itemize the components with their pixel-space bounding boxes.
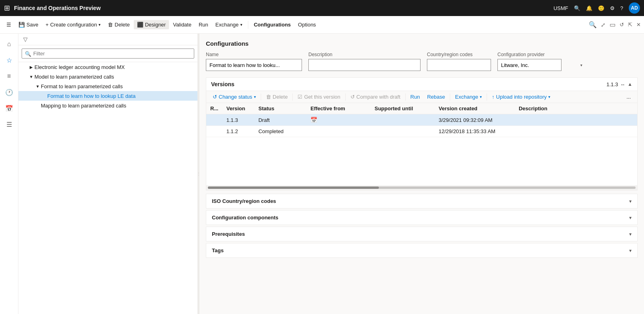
filter-button[interactable]: ▽ bbox=[22, 35, 29, 43]
tree-item-model-parameterized[interactable]: ▼ Model to learn parameterized calls bbox=[18, 72, 197, 81]
description-label: Description bbox=[308, 52, 421, 57]
versions-table-container: R... Version Status Effective from Suppo… bbox=[206, 103, 637, 137]
versions-exchange-button[interactable]: Exchange ▾ bbox=[452, 93, 485, 101]
star-icon[interactable]: ☆ bbox=[2, 53, 16, 67]
hamburger-icon: ☰ bbox=[6, 22, 11, 28]
versions-run-button[interactable]: Run bbox=[407, 93, 423, 101]
main-toolbar: ☰ 💾 Save + Create configuration ▾ 🗑 Dele… bbox=[0, 16, 644, 34]
toolbar-separator-1 bbox=[248, 21, 248, 29]
versions-toolbar: ↺ Change status ▾ 🗑 Delete ☑ Get this ve… bbox=[206, 91, 637, 103]
tree-item-electronic-ledger[interactable]: ▶ Electronic ledger accounting model MX bbox=[18, 62, 197, 72]
col-header-supported[interactable]: Supported until bbox=[370, 103, 435, 114]
tree-item-format-parameterized[interactable]: ▼ Format to learn parameterized calls bbox=[18, 81, 197, 91]
cell-status-0: Draft bbox=[254, 114, 306, 126]
exchange-dropdown-arrow: ▾ bbox=[240, 22, 242, 27]
calendar-nav-icon[interactable]: 📅 bbox=[2, 101, 16, 115]
col-header-description[interactable]: Description bbox=[515, 103, 637, 114]
save-icon: 💾 bbox=[18, 22, 25, 28]
table-row[interactable]: 1.1.3 Draft 📅 3/29/2021 09:32:09 AM bbox=[206, 114, 637, 126]
get-this-version-button[interactable]: ☑ Get this version bbox=[294, 93, 343, 101]
close-icon[interactable]: ✕ bbox=[636, 22, 641, 28]
tree-item-format-lookup[interactable]: Format to learn how to lookup LE data bbox=[18, 91, 197, 101]
tags-chevron-icon: ▾ bbox=[629, 248, 632, 253]
cell-r-1 bbox=[206, 126, 222, 137]
toolbar-search-icon[interactable]: 🔍 bbox=[589, 21, 597, 28]
col-header-effective[interactable]: Effective from bbox=[306, 103, 370, 114]
change-status-button[interactable]: ↺ Change status ▾ bbox=[209, 93, 259, 101]
refresh-icon[interactable]: ↺ bbox=[620, 22, 624, 28]
user-code: USMF bbox=[553, 5, 568, 11]
user-avatar[interactable]: AD bbox=[629, 2, 640, 14]
compare-draft-button[interactable]: ↺ Compare with draft bbox=[347, 93, 404, 101]
col-header-version[interactable]: Version bbox=[222, 103, 254, 114]
col-header-created[interactable]: Version created bbox=[435, 103, 515, 114]
cell-created-1: 12/29/2018 11:35:33 AM bbox=[435, 126, 515, 137]
scrollbar-track bbox=[208, 186, 636, 189]
versions-empty-space bbox=[206, 137, 637, 185]
cell-supported-1 bbox=[370, 126, 435, 137]
iso-header[interactable]: ISO Country/region codes ▾ bbox=[206, 194, 637, 208]
panel-icon[interactable]: ▭ bbox=[610, 21, 616, 28]
calendar-date-icon[interactable]: 📅 bbox=[310, 117, 317, 123]
horizontal-scrollbar[interactable] bbox=[206, 185, 637, 190]
name-input[interactable] bbox=[206, 59, 302, 71]
nav-filter-input[interactable] bbox=[22, 49, 194, 59]
designer-button[interactable]: ⬛ Designer bbox=[134, 20, 169, 29]
validate-button[interactable]: Validate bbox=[170, 20, 195, 29]
rebase-button[interactable]: Rebase bbox=[424, 93, 448, 101]
versions-more-button[interactable]: ... bbox=[623, 93, 634, 101]
versions-collapse-button[interactable]: ▲ bbox=[628, 81, 632, 87]
tree-item-mapping-parameterized[interactable]: Mapping to learn parameterized calls bbox=[18, 101, 197, 110]
cell-effective-1 bbox=[306, 126, 370, 137]
emoji-icon[interactable]: 🙂 bbox=[598, 5, 604, 11]
provider-dropdown-arrow: ▾ bbox=[580, 63, 582, 67]
tree-toggle-format-parameterized[interactable]: ▼ bbox=[34, 83, 41, 89]
expand-icon[interactable]: ⇱ bbox=[628, 22, 632, 28]
clock-icon[interactable]: 🕐 bbox=[2, 85, 16, 99]
col-header-r: R... bbox=[206, 103, 222, 114]
table-row[interactable]: 1.1.2 Completed 12/29/2018 11:35:33 AM bbox=[206, 126, 637, 137]
provider-label: Configuration provider bbox=[497, 52, 586, 57]
exchange-button[interactable]: Exchange ▾ bbox=[212, 20, 246, 29]
name-label: Name bbox=[206, 52, 302, 57]
list-icon[interactable]: ☰ bbox=[2, 117, 16, 132]
hamburger-menu-button[interactable]: ☰ bbox=[3, 20, 14, 29]
search-icon[interactable]: 🔍 bbox=[574, 5, 580, 11]
provider-select[interactable]: Litware, Inc. bbox=[497, 59, 561, 71]
versions-header: Versions 1.1.3 -- ▲ bbox=[206, 78, 637, 91]
help-icon[interactable]: ? bbox=[620, 5, 623, 11]
upload-dropdown-arrow: ▾ bbox=[548, 95, 550, 99]
tree-toggle-model-parameterized[interactable]: ▼ bbox=[28, 73, 34, 80]
cell-supported-0 bbox=[370, 114, 435, 126]
settings-icon[interactable]: ⚙ bbox=[610, 5, 615, 11]
nav-icon[interactable]: ≡ bbox=[2, 69, 16, 83]
description-input[interactable] bbox=[308, 59, 421, 71]
tags-header[interactable]: Tags ▾ bbox=[206, 243, 637, 257]
create-configuration-button[interactable]: + Create configuration ▾ bbox=[42, 20, 104, 29]
delete-icon: 🗑 bbox=[108, 22, 113, 28]
versions-table: R... Version Status Effective from Suppo… bbox=[206, 103, 637, 137]
change-status-dropdown-arrow: ▾ bbox=[254, 95, 256, 99]
components-header[interactable]: Configuration components ▾ bbox=[206, 211, 637, 225]
tree-toggle-electronic-ledger[interactable]: ▶ bbox=[28, 64, 34, 70]
fullscreen-icon[interactable]: ⤢ bbox=[601, 22, 606, 28]
vt-sep-4 bbox=[405, 93, 406, 101]
run-button[interactable]: Run bbox=[195, 20, 211, 29]
bell-icon[interactable]: 🔔 bbox=[586, 5, 592, 11]
create-config-dropdown-arrow: ▾ bbox=[99, 22, 101, 27]
configurations-button[interactable]: Configurations bbox=[251, 20, 294, 29]
filter-row: ▽ bbox=[18, 34, 197, 45]
versions-table-header-row: R... Version Status Effective from Suppo… bbox=[206, 103, 637, 114]
delete-button[interactable]: 🗑 Delete bbox=[105, 20, 133, 29]
prerequisites-header[interactable]: Prerequisites ▾ bbox=[206, 227, 637, 241]
country-input[interactable] bbox=[427, 59, 491, 71]
col-header-status[interactable]: Status bbox=[254, 103, 306, 114]
vt-sep-1 bbox=[261, 93, 261, 101]
versions-delete-button[interactable]: 🗑 Delete bbox=[263, 93, 291, 101]
save-button[interactable]: 💾 Save bbox=[15, 20, 42, 29]
options-button[interactable]: Options bbox=[295, 20, 319, 29]
waffle-icon[interactable]: ⊞ bbox=[4, 4, 10, 12]
designer-icon: ⬛ bbox=[137, 22, 143, 28]
upload-repository-button[interactable]: ↑ Upload into repository ▾ bbox=[489, 93, 553, 101]
home-icon[interactable]: ⌂ bbox=[2, 37, 16, 51]
